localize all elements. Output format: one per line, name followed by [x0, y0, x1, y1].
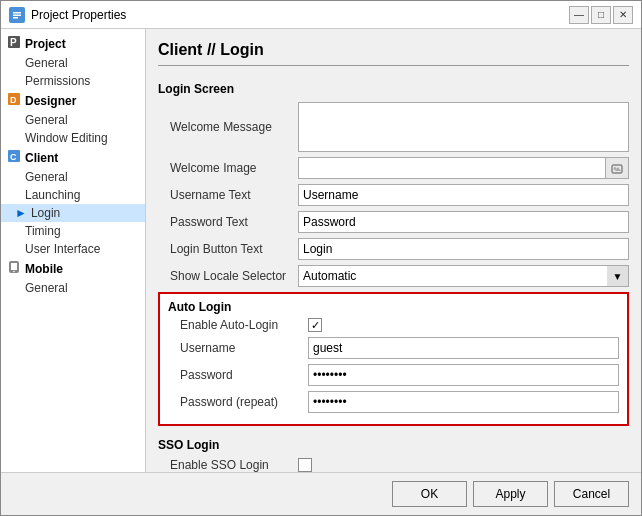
welcome-image-browse-button[interactable] — [605, 157, 629, 179]
sidebar: P Project General Permissions D Designer… — [1, 29, 146, 472]
auto-login-password-repeat-row: Password (repeat) — [168, 391, 619, 413]
sidebar-item-client-login[interactable]: ► Login — [1, 204, 145, 222]
locale-selector-select[interactable]: Automatic Always Never — [298, 265, 629, 287]
username-text-label: Username Text — [158, 188, 298, 202]
enable-sso-login-label: Enable SSO Login — [158, 458, 298, 472]
project-expand-icon: P — [7, 35, 21, 52]
svg-text:C: C — [10, 152, 17, 162]
login-screen-section-label: Login Screen — [158, 82, 629, 96]
svg-rect-11 — [11, 263, 17, 270]
svg-rect-2 — [13, 14, 21, 16]
content-area: P Project General Permissions D Designer… — [1, 29, 641, 472]
auto-login-password-row: Password — [168, 364, 619, 386]
sidebar-item-client-user-interface[interactable]: User Interface — [1, 240, 145, 258]
welcome-image-input[interactable] — [298, 157, 605, 179]
sidebar-item-project-general[interactable]: General — [1, 54, 145, 72]
auto-login-section-label: Auto Login — [168, 300, 619, 314]
sidebar-group-project[interactable]: P Project — [1, 33, 145, 54]
svg-point-12 — [13, 271, 15, 273]
sidebar-item-mobile-general[interactable]: General — [1, 279, 145, 297]
apply-button[interactable]: Apply — [473, 481, 548, 507]
sidebar-group-label-mobile: Mobile — [25, 262, 63, 276]
enable-sso-login-row: Enable SSO Login — [158, 458, 629, 472]
auto-login-username-input[interactable] — [308, 337, 619, 359]
designer-icon: D — [7, 92, 21, 109]
minimize-button[interactable]: — — [569, 6, 589, 24]
sidebar-group-label-client: Client — [25, 151, 58, 165]
client-icon: C — [7, 149, 21, 166]
svg-rect-3 — [13, 17, 18, 19]
sidebar-item-client-launching[interactable]: Launching — [1, 186, 145, 204]
show-locale-selector-label: Show Locale Selector — [158, 269, 298, 283]
mobile-icon — [7, 260, 21, 277]
sidebar-group-label-designer: Designer — [25, 94, 76, 108]
auto-login-password-repeat-label: Password (repeat) — [168, 395, 308, 409]
page-title: Client // Login — [158, 41, 629, 66]
username-text-input[interactable] — [298, 184, 629, 206]
title-bar: Project Properties — □ ✕ — [1, 1, 641, 29]
welcome-message-input[interactable] — [298, 102, 629, 152]
sso-login-section: SSO Login Enable SSO Login — [158, 434, 629, 472]
password-text-label: Password Text — [158, 215, 298, 229]
maximize-button[interactable]: □ — [591, 6, 611, 24]
username-text-row: Username Text — [158, 184, 629, 206]
sidebar-item-designer-window-editing[interactable]: Window Editing — [1, 129, 145, 147]
welcome-message-row: Welcome Message — [158, 102, 629, 152]
auto-login-password-input[interactable] — [308, 364, 619, 386]
welcome-image-label: Welcome Image — [158, 161, 298, 175]
sidebar-group-label-project: Project — [25, 37, 66, 51]
sidebar-item-label-login: Login — [31, 206, 60, 220]
welcome-message-label: Welcome Message — [158, 120, 298, 134]
password-text-row: Password Text — [158, 211, 629, 233]
sidebar-item-client-timing[interactable]: Timing — [1, 222, 145, 240]
sso-login-section-label: SSO Login — [158, 438, 629, 452]
locale-select-wrapper: Automatic Always Never ▼ — [298, 265, 629, 287]
login-button-text-row: Login Button Text — [158, 238, 629, 260]
auto-login-password-repeat-input[interactable] — [308, 391, 619, 413]
svg-point-14 — [614, 167, 617, 170]
sidebar-item-designer-general[interactable]: General — [1, 111, 145, 129]
ok-button[interactable]: OK — [392, 481, 467, 507]
enable-sso-login-checkbox[interactable] — [298, 458, 312, 472]
svg-text:D: D — [10, 95, 17, 105]
enable-auto-login-checkbox[interactable] — [308, 318, 322, 332]
auto-login-username-label: Username — [168, 341, 308, 355]
auto-login-username-row: Username — [168, 337, 619, 359]
window-icon — [9, 7, 25, 23]
sidebar-item-project-permissions[interactable]: Permissions — [1, 72, 145, 90]
window-title: Project Properties — [31, 8, 126, 22]
main-window: Project Properties — □ ✕ P Project Gener… — [0, 0, 642, 516]
auto-login-section: Auto Login Enable Auto-Login Username Pa… — [158, 292, 629, 426]
welcome-image-row: Welcome Image — [158, 157, 629, 179]
active-arrow-icon: ► — [15, 206, 27, 220]
sidebar-item-client-general[interactable]: General — [1, 168, 145, 186]
sidebar-group-mobile[interactable]: Mobile — [1, 258, 145, 279]
auto-login-password-label: Password — [168, 368, 308, 382]
show-locale-selector-row: Show Locale Selector Automatic Always Ne… — [158, 265, 629, 287]
enable-auto-login-label: Enable Auto-Login — [168, 318, 308, 332]
password-text-input[interactable] — [298, 211, 629, 233]
close-button[interactable]: ✕ — [613, 6, 633, 24]
sidebar-group-designer[interactable]: D Designer — [1, 90, 145, 111]
svg-text:P: P — [10, 37, 17, 48]
enable-auto-login-row: Enable Auto-Login — [168, 318, 619, 332]
cancel-button[interactable]: Cancel — [554, 481, 629, 507]
login-button-text-label: Login Button Text — [158, 242, 298, 256]
main-panel: Client // Login Login Screen Welcome Mes… — [146, 29, 641, 472]
title-controls: — □ ✕ — [569, 6, 633, 24]
title-bar-left: Project Properties — [9, 7, 126, 23]
svg-rect-1 — [13, 12, 21, 14]
footer: OK Apply Cancel — [1, 472, 641, 515]
sidebar-group-client[interactable]: C Client — [1, 147, 145, 168]
login-button-text-input[interactable] — [298, 238, 629, 260]
welcome-image-wrapper — [298, 157, 629, 179]
